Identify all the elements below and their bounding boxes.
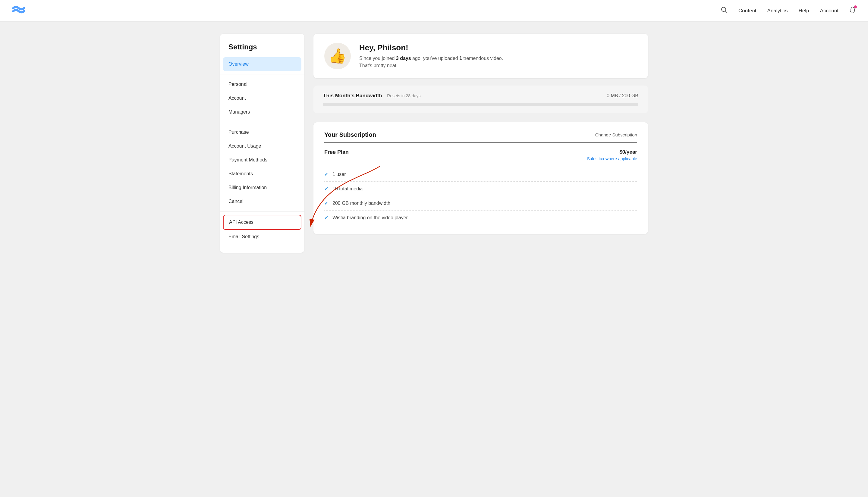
main-container: Settings Overview Personal Account Manag… (208, 22, 660, 265)
welcome-card: 👍 Hey, Philson! Since you joined 3 days … (313, 34, 648, 78)
sidebar-item-billing-information[interactable]: Billing Information (220, 181, 304, 195)
sidebar-item-purchase[interactable]: Purchase (220, 125, 304, 139)
list-item: ✔ 1 user (324, 167, 637, 182)
welcome-message: Since you joined 3 days ago, you've uplo… (359, 55, 503, 69)
feature-label: 1 user (333, 172, 346, 177)
plan-price-main: $0/year (587, 149, 637, 155)
bandwidth-subtitle: Resets in 28 days (387, 94, 420, 98)
video-count: 1 (459, 56, 462, 61)
sidebar-item-email-settings[interactable]: Email Settings (220, 230, 304, 244)
sidebar-divider-2 (220, 122, 304, 122)
check-icon: ✔ (324, 171, 328, 177)
days-count: 3 days (396, 56, 411, 61)
subscription-title: Your Subscription (324, 131, 376, 138)
list-item: ✔ 10 total media (324, 182, 637, 196)
welcome-text: Hey, Philson! Since you joined 3 days ag… (359, 43, 503, 69)
sidebar-item-cancel[interactable]: Cancel (220, 195, 304, 209)
top-navigation: Content Analytics Help Account (0, 0, 868, 22)
sidebar-title: Settings (220, 43, 304, 57)
bandwidth-title-group: This Month's Bandwidth Resets in 28 days (323, 93, 421, 99)
welcome-line2: That's pretty neat! (359, 63, 398, 68)
feature-label: 200 GB monthly bandwidth (333, 201, 390, 206)
list-item: ✔ Wistia branding on the video player (324, 211, 637, 225)
bandwidth-header: This Month's Bandwidth Resets in 28 days… (323, 93, 638, 99)
sidebar-item-managers[interactable]: Managers (220, 105, 304, 119)
subscription-header: Your Subscription Change Subscription (324, 131, 637, 143)
feature-label: Wistia branding on the video player (333, 215, 408, 221)
sidebar: Settings Overview Personal Account Manag… (220, 34, 304, 253)
sidebar-item-payment-methods[interactable]: Payment Methods (220, 153, 304, 167)
bandwidth-bar-background (323, 103, 638, 106)
sidebar-divider-3 (220, 211, 304, 212)
nav-content[interactable]: Content (738, 8, 756, 14)
sidebar-item-personal[interactable]: Personal (220, 77, 304, 91)
check-icon: ✔ (324, 215, 328, 221)
change-subscription-link[interactable]: Change Subscription (595, 132, 637, 137)
notification-dot (854, 5, 857, 9)
plan-price-sub: Sales tax where applicable (587, 156, 637, 161)
bandwidth-title: This Month's Bandwidth (323, 93, 382, 99)
sidebar-item-statements[interactable]: Statements (220, 167, 304, 181)
sidebar-item-account-usage[interactable]: Account Usage (220, 139, 304, 153)
nav-account[interactable]: Account (820, 8, 839, 14)
bandwidth-card: This Month's Bandwidth Resets in 28 days… (313, 86, 648, 113)
notifications-bell[interactable] (849, 6, 856, 15)
subscription-section: Your Subscription Change Subscription Fr… (313, 122, 648, 234)
list-item: ✔ 200 GB monthly bandwidth (324, 196, 637, 211)
sidebar-item-account[interactable]: Account (220, 91, 304, 105)
plan-features-list: ✔ 1 user ✔ 10 total media ✔ 200 GB month… (324, 167, 637, 225)
plan-price: $0/year Sales tax where applicable (587, 149, 637, 161)
content-area: 👍 Hey, Philson! Since you joined 3 days … (313, 34, 648, 253)
avatar: 👍 (324, 43, 351, 69)
feature-label: 10 total media (333, 186, 363, 191)
nav-analytics[interactable]: Analytics (767, 8, 788, 14)
check-icon: ✔ (324, 200, 328, 206)
topnav-right: Content Analytics Help Account (721, 6, 856, 15)
bandwidth-value: 0 MB / 200 GB (607, 93, 638, 99)
check-icon: ✔ (324, 186, 328, 191)
logo[interactable] (12, 5, 25, 17)
search-icon[interactable] (721, 6, 728, 15)
greeting-heading: Hey, Philson! (359, 43, 503, 53)
svg-line-1 (725, 11, 727, 13)
sidebar-item-api-access[interactable]: API Access (223, 215, 302, 230)
sidebar-item-overview[interactable]: Overview (223, 57, 302, 71)
nav-help[interactable]: Help (799, 8, 809, 14)
sidebar-divider-1 (220, 74, 304, 74)
plan-header: Free Plan $0/year Sales tax where applic… (324, 149, 637, 161)
plan-name: Free Plan (324, 149, 349, 155)
